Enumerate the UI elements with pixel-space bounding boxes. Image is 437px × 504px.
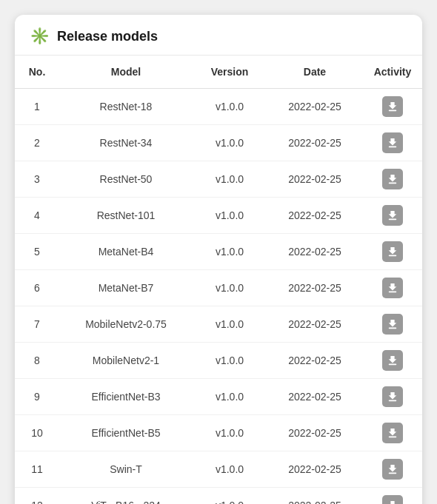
cell-no: 6 — [15, 270, 59, 306]
cell-model: EfficientNet-B5 — [59, 415, 193, 451]
cell-activity — [363, 234, 422, 270]
cell-date: 2022-02-25 — [267, 198, 363, 234]
svg-rect-9 — [389, 436, 397, 437]
cell-version: v1.0.0 — [193, 125, 267, 161]
cell-activity — [363, 415, 422, 451]
cell-activity — [363, 270, 422, 306]
table-header-row: No. Model Version Date Activity — [15, 56, 422, 89]
svg-rect-7 — [389, 363, 397, 365]
cell-date: 2022-02-25 — [267, 234, 363, 270]
download-button[interactable] — [382, 205, 403, 226]
table-row: 9EfficientNet-B3v1.0.02022-02-25 — [15, 379, 422, 415]
cell-model: MobileNetv2-1 — [59, 343, 193, 379]
cell-model: MobileNetv2-0.75 — [59, 306, 193, 343]
download-button[interactable] — [382, 132, 403, 153]
table-row: 6MetaNet-B7v1.0.02022-02-25 — [15, 270, 422, 306]
cell-no: 12 — [15, 488, 59, 505]
table-row: 1RestNet-18v1.0.02022-02-25 — [15, 89, 422, 125]
table-row: 4RestNet-101v1.0.02022-02-25 — [15, 198, 422, 234]
cell-activity — [363, 379, 422, 415]
cell-activity — [363, 125, 422, 161]
download-button[interactable] — [382, 386, 403, 407]
cell-date: 2022-02-25 — [267, 415, 363, 451]
download-button[interactable] — [382, 459, 403, 480]
cell-no: 11 — [15, 451, 59, 488]
release-models-card: ✳️ Release models No. Model Version Date… — [15, 15, 422, 504]
cell-date: 2022-02-25 — [267, 306, 363, 343]
col-header-no: No. — [15, 56, 59, 89]
cell-date: 2022-02-25 — [267, 89, 363, 125]
cell-no: 7 — [15, 306, 59, 343]
cell-model: RestNet-18 — [59, 89, 193, 125]
cell-model: ViT - B16 - 224 — [59, 488, 193, 505]
cell-no: 10 — [15, 415, 59, 451]
cell-date: 2022-02-25 — [267, 379, 363, 415]
cell-date: 2022-02-25 — [267, 343, 363, 379]
svg-rect-6 — [389, 327, 397, 329]
table-row: 12ViT - B16 - 224v1.0.02022-02-25 — [15, 488, 422, 505]
cell-date: 2022-02-25 — [267, 125, 363, 161]
download-button[interactable] — [382, 495, 403, 504]
cell-version: v1.0.0 — [193, 234, 267, 270]
cell-version: v1.0.0 — [193, 270, 267, 306]
cell-activity — [363, 161, 422, 198]
svg-rect-0 — [389, 110, 397, 111]
cell-version: v1.0.0 — [193, 306, 267, 343]
table-row: 3RestNet-50v1.0.02022-02-25 — [15, 161, 422, 198]
cell-date: 2022-02-25 — [267, 488, 363, 505]
table-row: 10EfficientNet-B5v1.0.02022-02-25 — [15, 415, 422, 451]
cell-activity — [363, 488, 422, 505]
svg-rect-3 — [389, 218, 397, 220]
cell-no: 2 — [15, 125, 59, 161]
cell-activity — [363, 89, 422, 125]
cell-model: EfficientNet-B3 — [59, 379, 193, 415]
cell-version: v1.0.0 — [193, 415, 267, 451]
cell-version: v1.0.0 — [193, 161, 267, 198]
cell-model: RestNet-34 — [59, 125, 193, 161]
svg-rect-8 — [389, 400, 397, 401]
download-button[interactable] — [382, 96, 403, 117]
cell-activity — [363, 198, 422, 234]
download-button[interactable] — [382, 241, 403, 262]
cell-model: RestNet-50 — [59, 161, 193, 198]
cell-version: v1.0.0 — [193, 89, 267, 125]
cell-no: 8 — [15, 343, 59, 379]
col-header-date: Date — [267, 56, 363, 89]
cell-activity — [363, 451, 422, 488]
header-icon: ✳️ — [30, 27, 50, 46]
table-row: 7MobileNetv2-0.75v1.0.02022-02-25 — [15, 306, 422, 343]
cell-version: v1.0.0 — [193, 488, 267, 505]
card-header: ✳️ Release models — [15, 15, 422, 56]
svg-rect-5 — [389, 291, 397, 292]
cell-no: 3 — [15, 161, 59, 198]
cell-date: 2022-02-25 — [267, 451, 363, 488]
col-header-model: Model — [59, 56, 193, 89]
cell-no: 5 — [15, 234, 59, 270]
cell-model: RestNet-101 — [59, 198, 193, 234]
col-header-version: Version — [193, 56, 267, 89]
cell-activity — [363, 343, 422, 379]
cell-model: Swin-T — [59, 451, 193, 488]
cell-activity — [363, 306, 422, 343]
cell-version: v1.0.0 — [193, 451, 267, 488]
cell-no: 4 — [15, 198, 59, 234]
col-header-activity: Activity — [363, 56, 422, 89]
table-row: 11Swin-Tv1.0.02022-02-25 — [15, 451, 422, 488]
cell-date: 2022-02-25 — [267, 270, 363, 306]
table-container: No. Model Version Date Activity 1RestNet… — [15, 56, 422, 504]
table-row: 5MetaNet-B4v1.0.02022-02-25 — [15, 234, 422, 270]
cell-no: 9 — [15, 379, 59, 415]
cell-model: MetaNet-B4 — [59, 234, 193, 270]
svg-rect-1 — [389, 146, 397, 147]
table-row: 8MobileNetv2-1v1.0.02022-02-25 — [15, 343, 422, 379]
download-button[interactable] — [382, 423, 403, 443]
download-button[interactable] — [382, 169, 403, 189]
download-button[interactable] — [382, 278, 403, 298]
cell-no: 1 — [15, 89, 59, 125]
svg-rect-10 — [389, 472, 397, 474]
page-title: Release models — [57, 29, 158, 44]
cell-version: v1.0.0 — [193, 198, 267, 234]
models-table: No. Model Version Date Activity 1RestNet… — [15, 56, 422, 504]
download-button[interactable] — [382, 350, 403, 371]
download-button[interactable] — [382, 314, 403, 335]
